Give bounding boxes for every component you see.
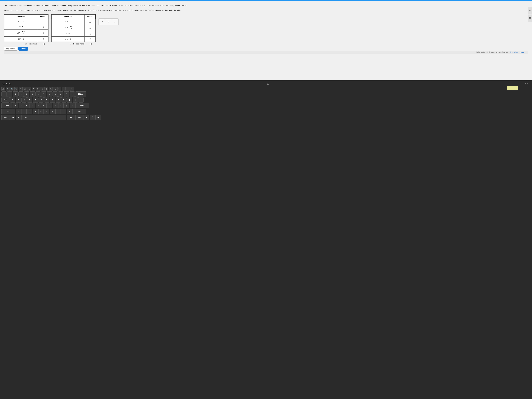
table1-row1-false[interactable] [37, 19, 48, 24]
table1-no-false-radio-cell[interactable] [39, 42, 49, 46]
help-button[interactable]: ? [112, 19, 117, 24]
key-y[interactable]: Y [38, 97, 44, 102]
key-4[interactable]: $ 4 [24, 91, 29, 97]
key-backspace[interactable]: ⌫ Back [75, 91, 86, 97]
key-f5[interactable]: ☀- F5 [23, 87, 27, 91]
key-a[interactable]: A [13, 103, 18, 108]
key-6[interactable]: ^ 6 [35, 91, 41, 97]
check-button[interactable]: Check [19, 47, 28, 51]
key-3[interactable]: # 3 [19, 91, 24, 97]
key-v[interactable]: V [33, 109, 38, 114]
key-f8[interactable]: ⏭ F8 [36, 87, 40, 91]
key-u[interactable]: U [44, 97, 50, 102]
key-t[interactable]: T [33, 97, 38, 102]
table1-no-false-radio[interactable] [43, 43, 45, 45]
key-fn[interactable]: Fn [10, 115, 15, 120]
table1-row1-checkbox[interactable] [42, 21, 44, 23]
key-f10[interactable]: ✱ F10 [44, 87, 48, 91]
table1-row2-false[interactable] [37, 24, 48, 30]
key-n[interactable]: N [44, 109, 49, 114]
key-g[interactable]: G [36, 103, 41, 108]
key-backslash[interactable]: \ [78, 97, 83, 102]
key-m[interactable]: M [50, 109, 55, 114]
table1-row2-radio[interactable] [42, 26, 44, 28]
key-8[interactable]: * 8 [47, 91, 52, 97]
undo-button[interactable]: ↺ [106, 19, 111, 24]
key-delete[interactable]: Del [70, 87, 74, 91]
key-slash[interactable]: / [67, 109, 72, 114]
key-f4[interactable]: ✕ F4 [19, 87, 23, 91]
key-r[interactable]: R [27, 97, 32, 102]
key-arrow-right[interactable]: ▶ [95, 115, 101, 120]
key-i[interactable]: I [50, 97, 55, 102]
key-minus[interactable]: — - [64, 91, 69, 97]
key-q[interactable]: Q [10, 97, 15, 102]
key-f3[interactable]: 🔊+ F3 [14, 87, 18, 91]
table2-row4-false[interactable] [84, 36, 95, 42]
table2-no-false-radio-cell[interactable] [86, 42, 95, 46]
key-l[interactable]: L [58, 103, 63, 108]
key-f6[interactable]: ☀+ F6 [27, 87, 31, 91]
privacy-link[interactable]: Privacy [520, 51, 525, 53]
key-1[interactable]: ! 1 [7, 91, 12, 97]
explanation-button[interactable]: Explanation [4, 47, 17, 51]
key-home[interactable]: Home [57, 87, 61, 91]
key-rbracket[interactable]: ] [73, 97, 78, 102]
key-5[interactable]: % 5 [30, 91, 35, 97]
key-d[interactable]: D [24, 103, 30, 108]
key-end[interactable]: End [62, 87, 65, 91]
key-enter[interactable]: Enter [75, 103, 89, 108]
side-icon-1[interactable]: ≡ [528, 7, 532, 14]
table2-row4-radio[interactable] [89, 38, 91, 40]
table1-row3-radio[interactable] [42, 32, 44, 34]
key-f11[interactable]: ⌨ F11 [49, 87, 53, 91]
key-arrow-left[interactable]: ◀ [84, 115, 89, 120]
key-esc[interactable]: Esc FnLock [1, 87, 5, 91]
key-alt-left[interactable]: Alt [21, 115, 30, 120]
table2-row1-false[interactable] [84, 19, 95, 24]
key-z[interactable]: Z [16, 109, 21, 114]
key-alt-right[interactable]: Alt [67, 115, 75, 120]
key-capslock[interactable]: Caps [1, 103, 13, 108]
key-ctrl-left[interactable]: Ctrl [1, 115, 10, 120]
key-7[interactable]: & 7 [41, 91, 46, 97]
key-f1[interactable]: 🔇 F1 [6, 87, 10, 91]
key-semicolon[interactable]: ; [64, 103, 69, 108]
key-shift-left[interactable]: Shift [1, 109, 15, 114]
side-icon-2[interactable]: ✉ [528, 14, 532, 21]
key-win[interactable]: ⊞ [16, 115, 21, 120]
key-c[interactable]: C [27, 109, 32, 114]
key-o[interactable]: O [56, 97, 61, 102]
key-2[interactable]: @ 2 [13, 91, 18, 97]
table2-row3-false[interactable] [84, 31, 95, 36]
key-e[interactable]: E [21, 97, 27, 102]
key-j[interactable]: J [47, 103, 52, 108]
key-shift-right[interactable]: Shift [72, 109, 86, 114]
key-period[interactable]: . [61, 109, 66, 114]
close-button[interactable]: × [100, 19, 105, 24]
key-h[interactable]: H [41, 103, 47, 108]
table2-row2-false[interactable] [84, 24, 95, 31]
key-tab[interactable]: Tab [1, 97, 10, 102]
key-ctrl-right[interactable]: Ctrl [75, 115, 84, 120]
key-quote[interactable]: ' [70, 103, 75, 108]
key-space[interactable] [30, 115, 66, 120]
key-k[interactable]: K [53, 103, 58, 108]
key-0[interactable]: ) 0 [58, 91, 63, 97]
table2-row3-radio[interactable] [89, 33, 91, 35]
key-w[interactable]: W [16, 97, 21, 102]
key-insert[interactable]: Insert [66, 87, 70, 91]
key-f9[interactable]: ⚙ F9 [40, 87, 44, 91]
key-x[interactable]: X [21, 109, 27, 114]
key-f7[interactable]: ▣ F7 [32, 87, 35, 91]
key-b[interactable]: B [38, 109, 44, 114]
table2-row2-radio[interactable] [89, 27, 91, 29]
table2-no-false-radio[interactable] [90, 43, 92, 45]
terms-link[interactable]: Terms of Use [510, 51, 518, 53]
key-f[interactable]: F [30, 103, 35, 108]
key-equals[interactable]: + = [70, 91, 75, 97]
key-f2[interactable]: 🔉- F2 [10, 87, 14, 91]
key-comma[interactable]: , [55, 109, 61, 114]
key-lbracket[interactable]: [ [67, 97, 72, 102]
key-p[interactable]: P [61, 97, 66, 102]
